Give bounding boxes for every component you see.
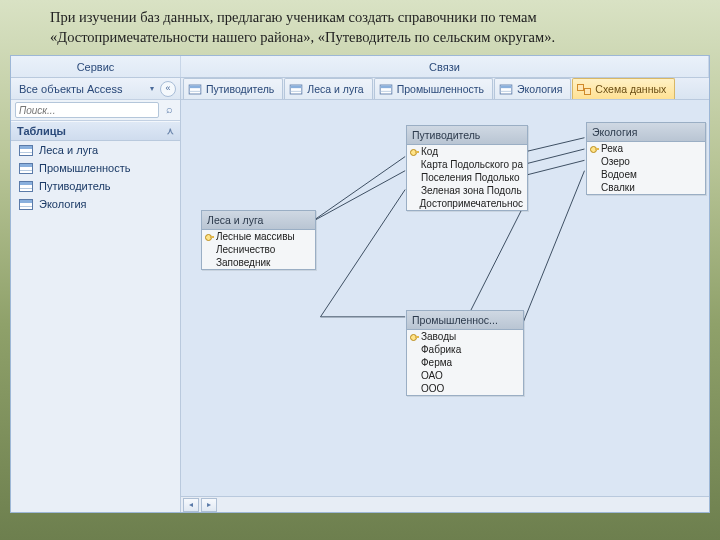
table-field[interactable]: ООО xyxy=(407,382,523,395)
table-field[interactable]: Фабрика xyxy=(407,343,523,356)
ribbon-tab-relations[interactable]: Связи xyxy=(181,56,709,77)
doc-tab-label: Путиводитель xyxy=(206,83,274,95)
field-label: Лесничество xyxy=(216,244,275,255)
doc-tab[interactable]: Схема данных xyxy=(572,78,675,99)
field-label: Ферма xyxy=(421,357,452,368)
h-scrollbar[interactable]: ◂ ▸ xyxy=(181,496,709,512)
table-box-title: Леса и луга xyxy=(202,211,315,230)
ribbon: Сервис Связи xyxy=(11,56,709,78)
key-slot xyxy=(589,170,599,180)
field-label: Свалки xyxy=(601,182,635,193)
field-label: Карта Подольского ра xyxy=(421,159,523,170)
table-field[interactable]: Заповедник xyxy=(202,256,315,269)
field-label: Водоем xyxy=(601,169,637,180)
field-label: ООО xyxy=(421,383,444,394)
primary-key-icon xyxy=(409,147,419,157)
table-putev[interactable]: ПутиводительКодКарта Подольского раПосел… xyxy=(406,125,528,211)
table-box-title: Промышленнос... xyxy=(407,311,523,330)
primary-key-icon xyxy=(409,332,419,342)
table-field[interactable]: Заводы xyxy=(407,330,523,343)
doc-tab[interactable]: Путиводитель xyxy=(183,78,283,99)
key-slot xyxy=(409,345,419,355)
navigation-pane: Все объекты Access ▾ « ⌕ Таблицы ⋏ Леса … xyxy=(11,78,181,512)
doc-tab[interactable]: Экология xyxy=(494,78,571,99)
document-tabs: ПутиводительЛеса и лугаПромышленностьЭко… xyxy=(181,78,709,100)
table-eco[interactable]: ЭкологияРекаОзероВодоемСвалки xyxy=(586,122,706,195)
document-area: ПутиводительЛеса и лугаПромышленностьЭко… xyxy=(181,78,709,512)
search-input[interactable] xyxy=(15,102,159,118)
key-slot xyxy=(409,371,419,381)
table-field[interactable]: Озеро xyxy=(587,155,705,168)
relationships-canvas[interactable]: Леса и лугаЛесные массивыЛесничествоЗапо… xyxy=(181,100,709,496)
table-icon xyxy=(19,145,33,156)
nav-item[interactable]: Экология xyxy=(11,195,180,213)
table-field[interactable]: Река xyxy=(587,142,705,155)
table-field[interactable]: Лесничество xyxy=(202,243,315,256)
field-label: Заводы xyxy=(421,331,456,342)
collapse-nav-button[interactable]: « xyxy=(160,81,176,97)
doc-tab-label: Схема данных xyxy=(595,83,666,95)
table-field[interactable]: Лесные массивы xyxy=(202,230,315,243)
table-icon xyxy=(290,84,303,94)
key-slot xyxy=(409,384,419,394)
table-lesa[interactable]: Леса и лугаЛесные массивыЛесничествоЗапо… xyxy=(201,210,316,270)
doc-tab-label: Промышленность xyxy=(397,83,484,95)
field-label: Река xyxy=(601,143,623,154)
nav-item[interactable]: Путиводитель xyxy=(11,177,180,195)
field-label: Поселения Подолько xyxy=(421,172,519,183)
field-label: Заповедник xyxy=(216,257,270,268)
table-icon xyxy=(189,84,202,94)
key-slot xyxy=(409,199,417,209)
key-slot xyxy=(589,157,599,167)
nav-item-label: Экология xyxy=(39,198,87,210)
ribbon-tab-service[interactable]: Сервис xyxy=(11,56,181,77)
table-box-title: Путиводитель xyxy=(407,126,527,145)
table-field[interactable]: Карта Подольского ра xyxy=(407,158,527,171)
doc-tab[interactable]: Промышленность xyxy=(374,78,493,99)
table-field[interactable]: Поселения Подолько xyxy=(407,171,527,184)
field-label: Зеленая зона Подоль xyxy=(421,185,522,196)
field-label: Код xyxy=(421,146,438,157)
key-slot xyxy=(409,160,419,170)
dropdown-icon[interactable]: ▾ xyxy=(150,84,154,93)
doc-tab-label: Леса и луга xyxy=(307,83,363,95)
nav-item-label: Путиводитель xyxy=(39,180,111,192)
relationships-icon xyxy=(577,84,591,95)
table-field[interactable]: Водоем xyxy=(587,168,705,181)
table-field[interactable]: Свалки xyxy=(587,181,705,194)
nav-item[interactable]: Промышленность xyxy=(11,159,180,177)
slide-caption: При изучении баз данных, предлагаю учени… xyxy=(0,0,720,53)
primary-key-icon xyxy=(589,144,599,154)
doc-tab[interactable]: Леса и луга xyxy=(284,78,372,99)
scroll-left-button[interactable]: ◂ xyxy=(183,498,199,512)
access-window: Сервис Связи Все объекты Access ▾ « ⌕ Та… xyxy=(10,55,710,513)
field-label: ОАО xyxy=(421,370,443,381)
field-label: Лесные массивы xyxy=(216,231,295,242)
nav-header[interactable]: Все объекты Access ▾ « xyxy=(11,78,180,100)
table-field[interactable]: Код xyxy=(407,145,527,158)
table-field[interactable]: Достопримечательнос xyxy=(407,197,527,210)
table-icon xyxy=(19,199,33,210)
key-slot xyxy=(409,173,419,183)
nav-item[interactable]: Леса и луга xyxy=(11,141,180,159)
nav-title: Все объекты Access xyxy=(15,83,144,95)
table-prom[interactable]: Промышленнос...ЗаводыФабрикаФермаОАОООО xyxy=(406,310,524,396)
chevron-up-icon: ⋏ xyxy=(167,126,174,136)
table-field[interactable]: Зеленая зона Подоль xyxy=(407,184,527,197)
nav-group-tables[interactable]: Таблицы ⋏ xyxy=(11,121,180,141)
table-field[interactable]: Ферма xyxy=(407,356,523,369)
nav-item-label: Промышленность xyxy=(39,162,131,174)
table-icon xyxy=(379,84,392,94)
doc-tab-label: Экология xyxy=(517,83,562,95)
nav-group-label: Таблицы xyxy=(17,125,66,137)
nav-search: ⌕ xyxy=(11,100,180,121)
scroll-right-button[interactable]: ▸ xyxy=(201,498,217,512)
key-slot xyxy=(589,183,599,193)
table-icon xyxy=(19,181,33,192)
field-label: Фабрика xyxy=(421,344,461,355)
search-icon[interactable]: ⌕ xyxy=(162,103,176,117)
primary-key-icon xyxy=(204,232,214,242)
key-slot xyxy=(409,358,419,368)
table-field[interactable]: ОАО xyxy=(407,369,523,382)
nav-item-label: Леса и луга xyxy=(39,144,98,156)
